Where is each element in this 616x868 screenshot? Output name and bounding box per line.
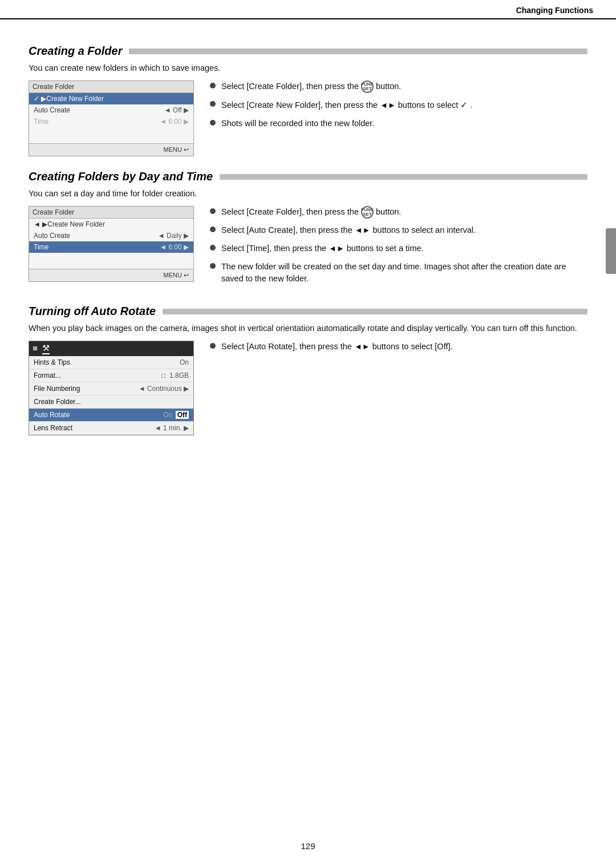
bullet-2-2: Select [Auto Create], then press the ◄► … — [210, 224, 587, 237]
section-title-auto-rotate: Turning off Auto Rotate — [29, 305, 163, 318]
bullet-2-1: Select [Create Folder], then press the F… — [210, 206, 587, 219]
section-heading-creating-folder: Creating a Folder — [29, 45, 587, 58]
bullet-dot — [210, 120, 216, 126]
section-body-creating-folder: Create Folder ✓ ▶Create New Folder Auto … — [29, 80, 587, 156]
bullet-3-1: Select [Auto Rotate], then press the ◄► … — [210, 341, 587, 353]
ui-title-1: Create Folder — [29, 81, 193, 93]
bullet-1-2: Select [Create New Folder], then press t… — [210, 99, 587, 112]
func-btn-icon: FUNCSET — [361, 206, 374, 219]
ui-footer-2: MENU ↩ — [29, 269, 193, 281]
section-intro-auto-rotate: When you play back images on the camera,… — [29, 324, 587, 333]
bullet-dot — [210, 101, 216, 107]
ui-row-2-3: Time ◄ 6:00 ▶ — [29, 241, 193, 253]
settings-ui: ■ ⚒ Hints & Tips On Format... □ 1.8GB Fi… — [29, 341, 194, 435]
camera-ui-2: Create Folder ◄ ▶Create New Folder Auto … — [29, 206, 194, 282]
section-heading-day-time: Creating Folders by Day and Time — [29, 170, 587, 183]
bullet-dot — [210, 227, 216, 232]
ui-title-2: Create Folder — [29, 207, 193, 219]
bullet-dot — [210, 208, 216, 214]
settings-row-format: Format... □ 1.8GB — [29, 369, 193, 382]
heading-bar-2 — [220, 174, 587, 180]
bullet-dot — [210, 245, 216, 251]
off-highlight: Off — [176, 411, 189, 419]
section-title-day-time: Creating Folders by Day and Time — [29, 170, 220, 183]
ui-row-1-3: Time ◄ 6:00 ▶ — [29, 116, 193, 127]
side-tab — [606, 228, 616, 274]
bullet-1-1: Select [Create Folder], then press the F… — [210, 80, 587, 93]
func-btn-icon: FUNCSET — [361, 80, 374, 93]
camera-ui-1: Create Folder ✓ ▶Create New Folder Auto … — [29, 80, 194, 156]
section-body-auto-rotate: ■ ⚒ Hints & Tips On Format... □ 1.8GB Fi… — [29, 341, 587, 435]
heading-bar-1 — [129, 49, 587, 54]
bullet-list-3: Select [Auto Rotate], then press the ◄► … — [210, 341, 587, 359]
header-title: Changing Functions — [516, 6, 593, 15]
settings-tab-icon: ⚒ — [42, 343, 50, 354]
bullet-list-1: Select [Create Folder], then press the F… — [210, 80, 587, 136]
camera-tab-icon: ■ — [33, 343, 38, 354]
settings-row-hints: Hints & Tips On — [29, 356, 193, 369]
settings-tab-bar: ■ ⚒ — [29, 341, 193, 356]
settings-row-lens-retract: Lens Retract ◄ 1 min. ▶ — [29, 422, 193, 435]
ui-row-1-2: Auto Create ◄ Off ▶ — [29, 104, 193, 116]
page-number: 129 — [301, 841, 315, 851]
bullet-2-4: The new folder will be created on the se… — [210, 261, 587, 286]
ui-row-2-2: Auto Create ◄ Daily ▶ — [29, 230, 193, 241]
bullet-dot — [210, 263, 216, 269]
settings-row-create-folder: Create Folder... — [29, 395, 193, 409]
bullet-list-2: Select [Create Folder], then press the F… — [210, 206, 587, 291]
bullet-dot — [210, 343, 216, 349]
section-title-creating-folder: Creating a Folder — [29, 45, 129, 58]
section-heading-auto-rotate: Turning off Auto Rotate — [29, 305, 587, 318]
page-header: Changing Functions — [0, 0, 616, 19]
ui-footer-1: MENU ↩ — [29, 143, 193, 156]
heading-bar-3 — [163, 309, 587, 314]
bullet-1-3: Shots will be recorded into the new fold… — [210, 118, 587, 130]
main-content: Creating a Folder You can create new fol… — [0, 19, 616, 464]
settings-row-auto-rotate: Auto Rotate On Off — [29, 409, 193, 422]
section-intro-creating-folder: You can create new folders in which to s… — [29, 63, 587, 72]
settings-row-file-numbering: File Numbering ◄ Continuous ▶ — [29, 382, 193, 395]
section-intro-day-time: You can set a day and time for folder cr… — [29, 189, 587, 198]
section-body-day-time: Create Folder ◄ ▶Create New Folder Auto … — [29, 206, 587, 291]
ui-row-1-1: ✓ ▶Create New Folder — [29, 93, 193, 104]
ui-row-2-1: ◄ ▶Create New Folder — [29, 219, 193, 230]
bullet-dot — [210, 83, 216, 88]
bullet-2-3: Select [Time], then press the ◄► buttons… — [210, 243, 587, 255]
